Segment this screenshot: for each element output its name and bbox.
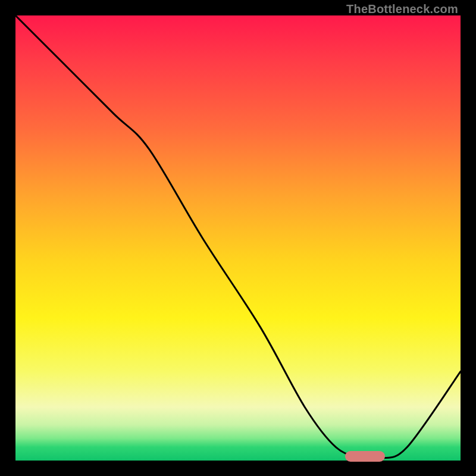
chart-frame: TheBottleneck.com bbox=[0, 0, 476, 476]
optimum-marker bbox=[345, 451, 385, 462]
plot-area bbox=[15, 15, 461, 461]
bottleneck-curve bbox=[15, 15, 461, 461]
watermark-text: TheBottleneck.com bbox=[346, 2, 458, 16]
